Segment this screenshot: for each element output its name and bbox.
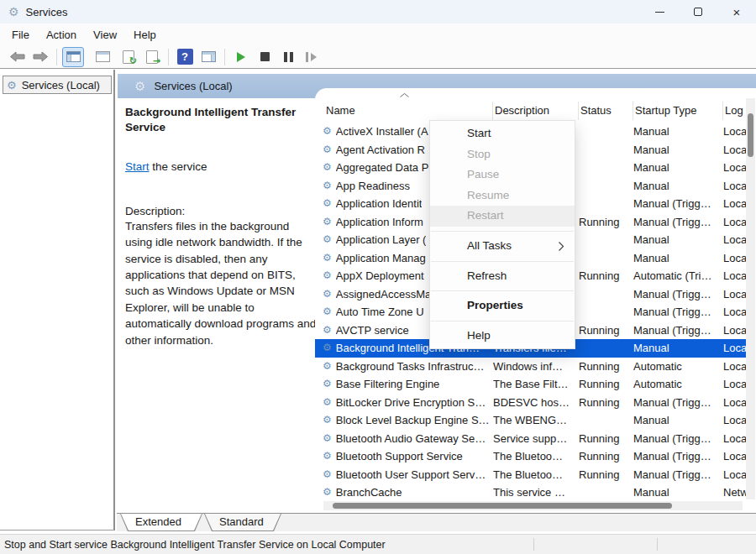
menu-help[interactable]: Help (125, 26, 165, 44)
selected-service-title: Background Intelligent Transfer Service (125, 105, 315, 135)
service-row[interactable]: ⚙Bluetooth Audio Gateway Se…Service supp… (315, 430, 746, 448)
column-header-status[interactable]: Status (579, 102, 633, 120)
horizontal-scrollbar[interactable] (323, 501, 743, 510)
refresh-button[interactable]: ↻ (118, 47, 139, 67)
start-service-suffix: the service (150, 160, 207, 173)
service-name: BranchCache (336, 483, 402, 502)
menu-file[interactable]: File (3, 26, 38, 44)
service-gear-icon: ⚙ (323, 447, 332, 466)
status-bar-divider (533, 538, 534, 551)
column-header-name[interactable]: Name (315, 102, 493, 120)
context-menu-item-all-tasks[interactable]: All Tasks (430, 236, 575, 257)
service-row[interactable]: ⚙Background Tasks Infrastruc…Windows inf… (315, 358, 746, 376)
status-bar: Stop and Start service Background Intell… (0, 534, 756, 554)
toolbar: ↻ → ? (0, 45, 756, 69)
forward-button[interactable] (29, 47, 51, 67)
minimize-icon (655, 12, 664, 13)
service-gear-icon: ⚙ (323, 339, 332, 358)
tab-extended[interactable]: Extended (120, 514, 202, 531)
service-name: Application Layer ( (336, 231, 427, 249)
service-gear-icon: ⚙ (323, 394, 332, 412)
horizontal-scrollbar-thumb[interactable] (333, 503, 672, 509)
close-button[interactable]: × (717, 0, 756, 24)
arrow-right-icon (33, 51, 49, 62)
show-console-tree-button[interactable] (62, 47, 84, 67)
service-gear-icon: ⚙ (323, 303, 332, 321)
minimize-button[interactable] (640, 0, 679, 24)
stop-service-button[interactable] (254, 47, 276, 67)
context-menu-item-help[interactable]: Help (430, 326, 575, 347)
tab-standard[interactable]: Standard (204, 514, 281, 531)
service-gear-icon: ⚙ (323, 195, 332, 213)
vertical-scrollbar[interactable] (746, 98, 755, 499)
service-context-menu: StartStopPauseResumeRestartAll TasksRefr… (429, 120, 575, 349)
service-gear-icon: ⚙ (323, 123, 332, 141)
tree-item-services-local[interactable]: ⚙ Services (Local) (3, 76, 112, 94)
context-menu-item-properties[interactable]: Properties (430, 295, 575, 316)
menu-view[interactable]: View (85, 26, 125, 44)
service-gear-icon: ⚙ (323, 249, 332, 268)
service-name: Application Inform (336, 213, 423, 232)
service-gear-icon: ⚙ (323, 267, 332, 285)
service-gear-icon: ⚙ (323, 430, 332, 448)
service-gear-icon: ⚙ (323, 159, 332, 177)
close-icon: × (733, 6, 741, 18)
service-gear-icon: ⚙ (323, 411, 332, 430)
console-tree-panel: ⚙ Services (Local) (0, 70, 115, 530)
service-name: AppX Deployment (336, 267, 424, 285)
pause-service-button[interactable] (277, 47, 299, 67)
vertical-scrollbar-thumb[interactable] (748, 113, 753, 157)
start-service-link[interactable]: Start (125, 160, 150, 173)
pane-gear-icon: ⚙ (134, 79, 145, 94)
maximize-button[interactable] (679, 0, 717, 24)
properties-button[interactable] (92, 47, 113, 67)
service-name: Application Identit (336, 195, 423, 213)
export-list-button[interactable]: → (141, 47, 163, 67)
context-menu-item-stop: Stop (430, 144, 575, 165)
menu-action[interactable]: Action (38, 26, 85, 44)
status-bar-divider (657, 538, 658, 551)
service-name: Bluetooth Support Service (336, 447, 463, 466)
service-name: Bluetooth Audio Gateway Se… (336, 430, 486, 448)
help-button[interactable]: ? (174, 47, 196, 67)
service-gear-icon: ⚙ (323, 483, 332, 502)
toolbar-separator (168, 49, 169, 65)
back-button[interactable] (6, 47, 28, 67)
context-menu-item-pause: Pause (430, 165, 575, 186)
pane-header-label: Services (Local) (154, 80, 232, 92)
tree-item-label: Services (Local) (22, 79, 100, 91)
service-name: Agent Activation R (336, 141, 425, 159)
resume-icon (306, 52, 318, 62)
context-menu-separator (431, 231, 574, 232)
action-pane-icon (202, 51, 216, 62)
start-service-button[interactable] (230, 47, 252, 67)
maximize-icon (694, 8, 702, 16)
toolbar-separator (224, 49, 225, 65)
window-title: Services (26, 6, 68, 18)
service-gear-icon: ⚙ (323, 321, 332, 340)
service-name: Auto Time Zone U (336, 303, 424, 321)
service-row[interactable]: ⚙BranchCacheThis service …ManualNetw (315, 483, 746, 502)
column-header-startup-type[interactable]: Startup Type (633, 102, 723, 120)
export-list-icon: → (146, 50, 158, 64)
context-menu-item-refresh[interactable]: Refresh (430, 266, 575, 287)
service-row[interactable]: ⚙Bluetooth Support ServiceThe Bluetoo…Ru… (315, 447, 746, 466)
service-row[interactable]: ⚙Bluetooth User Support Serv…The Bluetoo… (315, 466, 746, 484)
context-menu-item-resume: Resume (430, 186, 575, 206)
arrow-left-icon (9, 51, 25, 62)
context-menu-item-start[interactable]: Start (430, 123, 575, 144)
service-row[interactable]: ⚙Base Filtering EngineThe Base Filt…Runn… (315, 375, 746, 394)
service-name: Base Filtering Engine (336, 375, 440, 394)
service-name: Aggregated Data P (336, 159, 429, 177)
service-gear-icon: ⚙ (323, 213, 332, 232)
service-row[interactable]: ⚙Block Level Backup Engine S…The WBENG…M… (315, 411, 746, 430)
service-row[interactable]: ⚙BitLocker Drive Encryption S…BDESVC hos… (315, 394, 746, 412)
column-header-log-on-as[interactable]: Log (723, 102, 746, 120)
context-menu-separator (431, 321, 574, 321)
column-header-description[interactable]: Description (493, 102, 579, 120)
resume-service-button[interactable] (301, 47, 323, 67)
description-label: Description: (125, 205, 316, 217)
pause-icon (284, 52, 293, 62)
show-action-pane-button[interactable] (197, 47, 219, 67)
service-name: Bluetooth User Support Serv… (336, 466, 486, 484)
